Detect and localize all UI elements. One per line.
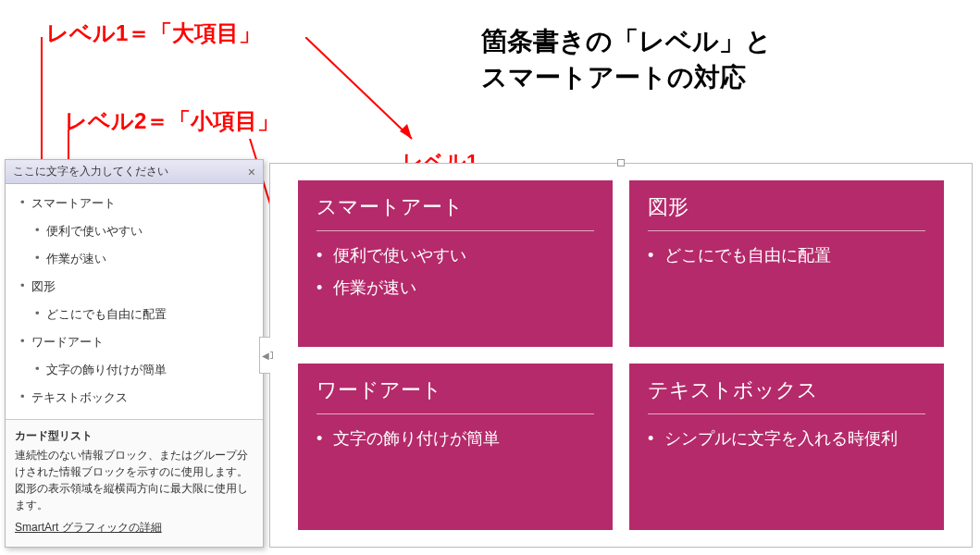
card-bullet[interactable]: 便利で使いやすい: [316, 244, 594, 267]
arrow-to-level1: [305, 37, 426, 153]
text-pane-header: ここに文字を入力してください ×: [6, 160, 263, 184]
smartart-card[interactable]: ワードアート 文字の飾り付けが簡単: [298, 364, 613, 530]
text-pane-toggle-tab[interactable]: ◀: [259, 337, 270, 374]
list-item[interactable]: 便利で使いやすい: [20, 217, 257, 245]
list-item[interactable]: スマートアート: [20, 190, 257, 217]
text-pane-header-label: ここに文字を入力してください: [13, 164, 168, 179]
list-item[interactable]: 作業が速い: [20, 245, 257, 273]
annotation-level2-definition: レベル2＝「小項目」: [65, 106, 279, 136]
text-pane-description: カード型リスト 連続性のない情報ブロック、またはグループ分けされた情報ブロックを…: [6, 419, 263, 547]
card-bullet[interactable]: シンプルに文字を入れる時便利: [648, 427, 925, 450]
smartart-card[interactable]: スマートアート 便利で使いやすい 作業が速い: [298, 180, 613, 347]
annotation-level1-definition: レベル1＝「大項目」: [46, 18, 261, 48]
annotation-title-line1: 箇条書きの「レベル」と: [481, 27, 772, 56]
selection-handle-top[interactable]: [617, 159, 625, 166]
smartart-canvas[interactable]: ◀ スマートアート 便利で使いやすい 作業が速い 図形 どこにでも自由に配置 ワ…: [269, 163, 973, 548]
list-item[interactable]: どこにでも自由に配置: [20, 301, 257, 328]
card-title[interactable]: テキストボックス: [648, 376, 925, 414]
smartart-details-link[interactable]: SmartArt グラフィックの詳細: [15, 519, 162, 536]
list-item[interactable]: ワードアート: [20, 328, 257, 356]
card-title[interactable]: 図形: [648, 193, 925, 231]
description-title: カード型リスト: [15, 427, 254, 444]
smartart-card[interactable]: テキストボックス シンプルに文字を入れる時便利: [629, 364, 944, 530]
annotation-title-line2: スマートアートの対応: [481, 63, 746, 92]
svg-marker-1: [400, 124, 412, 139]
svg-line-0: [305, 37, 412, 139]
card-grid: スマートアート 便利で使いやすい 作業が速い 図形 どこにでも自由に配置 ワード…: [270, 164, 972, 547]
annotation-main-title: 箇条書きの「レベル」と スマートアートの対応: [481, 23, 772, 95]
card-bullet[interactable]: どこにでも自由に配置: [648, 244, 925, 267]
list-item[interactable]: 文字の飾り付けが簡単: [20, 356, 257, 384]
card-bullet[interactable]: 文字の飾り付けが簡単: [316, 427, 594, 450]
card-title[interactable]: スマートアート: [316, 193, 594, 231]
text-pane-outline-list[interactable]: スマートアート 便利で使いやすい 作業が速い 図形 どこにでも自由に配置 ワード…: [6, 184, 263, 445]
close-icon[interactable]: ×: [248, 166, 255, 179]
description-body: 連続性のない情報ブロック、またはグループ分けされた情報ブロックを示すのに使用しま…: [15, 447, 254, 513]
list-item[interactable]: 図形: [20, 273, 257, 301]
card-title[interactable]: ワードアート: [316, 376, 594, 414]
smartart-text-pane: ここに文字を入力してください × スマートアート 便利で使いやすい 作業が速い …: [5, 159, 264, 548]
smartart-card[interactable]: 図形 どこにでも自由に配置: [629, 180, 944, 347]
list-item[interactable]: テキストボックス: [20, 384, 257, 412]
card-bullet[interactable]: 作業が速い: [316, 277, 594, 300]
